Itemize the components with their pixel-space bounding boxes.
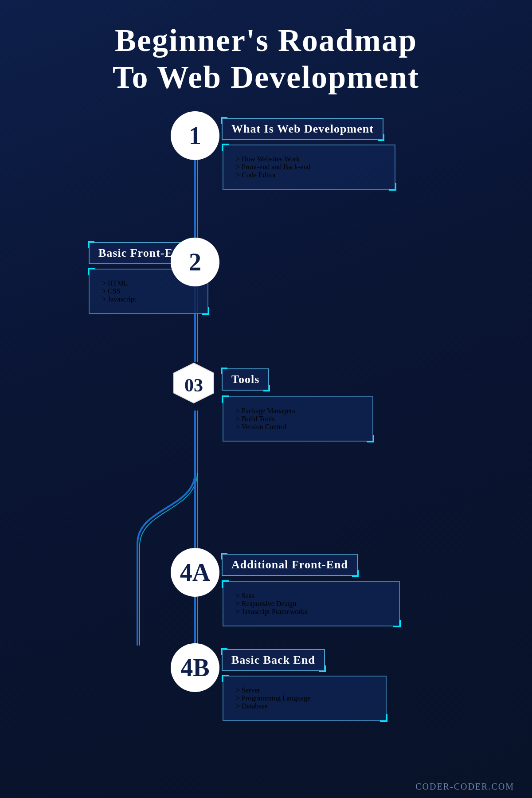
step4a-number: 4A	[180, 558, 210, 587]
arrow-icon: >	[236, 407, 240, 415]
arrow-icon: >	[236, 686, 240, 694]
step4a-content: > Sass > Responsive Design > Javascript …	[223, 581, 400, 626]
arrow-icon: >	[236, 423, 240, 430]
main-title: Beginner's Roadmap to Web Development	[0, 0, 532, 109]
step3-title: Tools	[222, 368, 269, 391]
step2-node: 2	[171, 238, 219, 286]
arrow-icon: >	[236, 163, 240, 171]
arrow-icon: >	[236, 592, 240, 599]
arrow-icon: >	[236, 415, 240, 422]
watermark: CODER-CODER.COM	[415, 782, 514, 792]
step4b-title: Basic Back End	[222, 649, 325, 671]
step4b-content: > Server > Programming Language > Databa…	[223, 676, 387, 721]
step1-node: 1	[171, 111, 219, 160]
step1-title: What is Web Development	[222, 118, 383, 140]
arrow-icon: >	[102, 287, 106, 295]
step1-content: > How Websites Work > Front-end and Back…	[223, 145, 395, 190]
step3-number: 03	[184, 375, 203, 396]
arrow-icon: >	[102, 295, 106, 303]
step2-number: 2	[189, 248, 201, 276]
step4b-number: 4B	[180, 653, 209, 682]
step4b-node: 4B	[171, 643, 219, 692]
step4a-node: 4A	[171, 548, 219, 597]
arrow-icon: >	[236, 171, 240, 179]
step3-content: > Package Managers > Build Tools > Versi…	[223, 396, 373, 442]
arrow-icon: >	[236, 694, 240, 702]
step3-node: 03	[169, 361, 218, 410]
step1-number: 1	[189, 121, 201, 150]
step4a-title: Additional Front-End	[222, 554, 358, 576]
arrow-icon: >	[236, 702, 240, 710]
arrow-icon: >	[102, 279, 106, 287]
arrow-icon: >	[236, 600, 240, 607]
arrow-icon: >	[236, 155, 240, 163]
arrow-icon: >	[236, 608, 240, 615]
